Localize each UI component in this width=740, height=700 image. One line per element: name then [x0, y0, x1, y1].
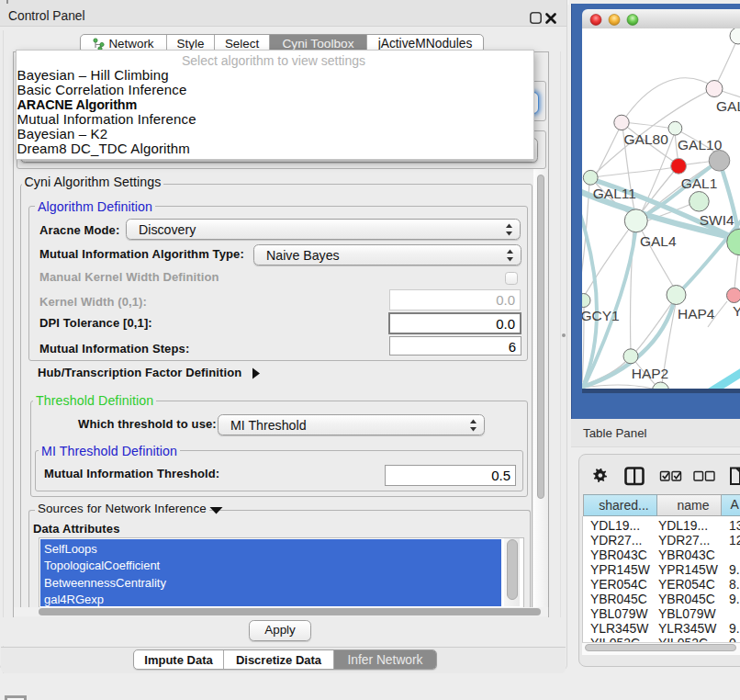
svg-text:GAL80: GAL80 — [624, 131, 669, 147]
svg-text:HAP2: HAP2 — [632, 366, 669, 381]
svg-text:GAL11: GAL11 — [593, 186, 636, 201]
svg-text:GAL1: GAL1 — [681, 175, 718, 191]
svg-text:GAL7: GAL7 — [716, 98, 740, 114]
svg-text:SWI4: SWI4 — [700, 212, 734, 228]
svg-text:GAL10: GAL10 — [678, 137, 723, 152]
svg-text:HAP4: HAP4 — [678, 306, 715, 322]
svg-text:GAL4: GAL4 — [640, 233, 677, 249]
svg-text:Y: Y — [733, 303, 740, 319]
svg-text:GCY1: GCY1 — [582, 308, 620, 323]
